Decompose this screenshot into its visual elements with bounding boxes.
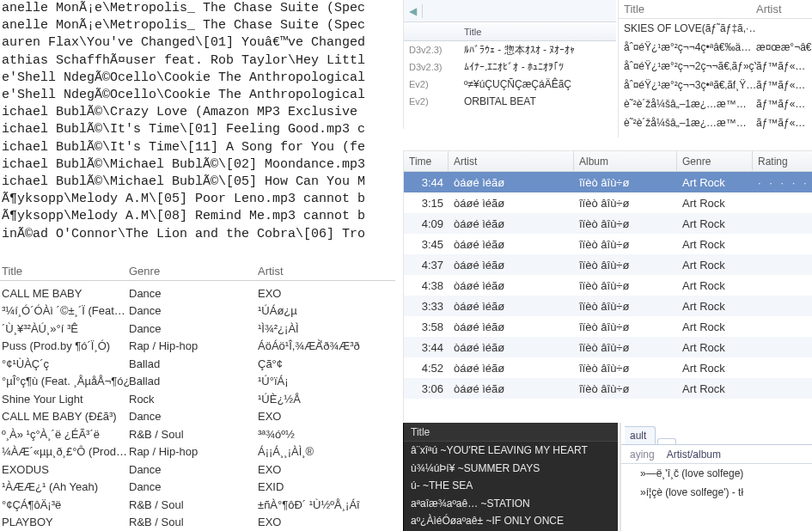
table-row[interactable]: 3:15òáøé ìéãøîïèò âîù÷øArt Rock — [404, 192, 812, 213]
table-row[interactable]: PLAYBOYR&B / SoulEXO — [0, 514, 395, 532]
table-row[interactable]: CALL ME BABYDanceEXO — [0, 284, 395, 302]
table-row[interactable]: Puss (Prod.by ¶ó´Ï¸Ó)Rap / Hip-hopÁöÁö¹Î… — [0, 338, 395, 356]
table-row[interactable]: SKIES OF LOVE(ãƒ˜ãƒ‡ã,·… — [619, 19, 812, 38]
table-row[interactable]: 4:09òáøé ìéãøîïèò âîù÷øArt Rock — [404, 213, 812, 234]
table-row[interactable]: è˜²è´žå¼šâ„–1æ¿…æ™…ãƒ™ãƒ«… — [619, 95, 812, 113]
table-row[interactable]: ¼ÀÆ´«µµ¸ð¸£°Ô (Prod…Rap / Hip-hopÁ¡¡Á¸¸¡… — [0, 443, 395, 461]
title-artist-table: Title Artist SKIES OF LOVE(ãƒ˜ãƒ‡ã,·…åˆ¤… — [618, 0, 812, 137]
dark-title-list: Title â¨xîªú ~YOU'RE LEAVING MY HEARTù¾¼… — [403, 423, 618, 531]
table-row[interactable]: åˆ¤éŸ¿¹æ°²ç¬¬3ç•ªã€‚ãf¸Ÿ…ãƒ™ãƒ«… — [619, 76, 812, 95]
table-row[interactable]: 4:52òáøé ìéãøîïèò âîù÷øArt Rock — [404, 357, 812, 378]
table-row[interactable]: 3:45òáøé ìéãøîïèò âîù÷øArt Rock — [404, 234, 812, 254]
col-artist[interactable]: Artist — [449, 151, 574, 171]
table-row[interactable]: 4:37òáøé ìéãøîïèò âîù÷øArt Rock — [404, 254, 812, 275]
table-row[interactable]: ´Ù¸¥³²ÀÚ¸»°í ³ÊDance¹Ì¾²¿¡ÀÌ — [0, 320, 395, 338]
table-row[interactable]: CALL ME BABY (Ð£ã³)DanceEXO — [0, 408, 395, 426]
col-genre[interactable]: Genre — [129, 265, 258, 278]
col-title[interactable]: Title — [459, 27, 616, 37]
list-item[interactable]: D3v2.3)ﾙﾊﾞﾗｳｪ - 惣本ｵｽｵ - ﾇｵｰｵｬ — [404, 41, 616, 58]
table-row[interactable]: º¸À» ¹ç°À¸´ë ¿ÉÃ³´ëR&B / Soul³ª¾óº½ — [0, 425, 395, 443]
col-artist[interactable]: Artist — [756, 3, 812, 15]
list-item[interactable]: ú- ~THE SEA — [404, 477, 618, 495]
table-row[interactable]: 3:44òáøé ìéãøîïèò âîù÷øArt Rock· · · · · — [404, 172, 812, 192]
col-time[interactable]: Time — [404, 151, 449, 171]
table-row[interactable]: 3:33òáøé ìéãøîïèò âîù÷øArt Rock — [404, 296, 812, 316]
table-row[interactable]: 3:06òáøé ìéãøîïèò âîù÷øArt Rock — [404, 378, 812, 399]
list-item[interactable]: aªaîæ¾aºaê… ~STATION — [404, 495, 618, 513]
tab-blank[interactable] — [657, 438, 676, 444]
table-row[interactable]: åˆ¤éŸ¿¹æ°²ç¬¬2ç¬¬ã€‚ãƒ»çŸ…ãƒ™ãƒ«… — [619, 57, 812, 76]
songs-table: Time Artist Album Genre Rating 3:44òáøé … — [403, 150, 812, 421]
back-icon[interactable]: ◀ — [409, 5, 417, 17]
table-row[interactable]: åˆ¤éŸ¿¹æ°²ç¬¬4ç•ªâ€‰ä…æ¤œæ°¬â€¦ — [619, 38, 812, 57]
mojibake-log: anelle MonÃ¡e\Metropolis_ The Chase Suit… — [0, 0, 395, 243]
table-row[interactable]: ¹ÀÆÆ¿¹ (Ah Yeah)DanceEXID — [0, 479, 395, 497]
table-row[interactable]: 3:58òáøé ìéãøîïèò âîù÷øArt Rock — [404, 316, 812, 337]
col-title[interactable]: Title — [0, 265, 129, 278]
table-row[interactable]: EXODUSDanceEXO — [0, 461, 395, 479]
table-row[interactable]: °¢¹ÙÀÇ´çBalladÇã°¢ — [0, 355, 395, 373]
col-title[interactable]: Title — [404, 423, 618, 442]
table-row[interactable]: 3:44òáøé ìéãøîïèò âîù÷øArt Rock — [404, 337, 812, 357]
table-row[interactable]: °¢ÇÁ¶ôÄ¡³ëR&B / Soul±ñÀ°¶ôÐ´ ¹Ù½ºÅ¸¡Áî — [0, 496, 395, 514]
col-title[interactable]: Title — [619, 3, 756, 15]
col-genre[interactable]: Genre — [677, 151, 753, 171]
artist-album-panel: ault aying Artist/album »—ë¸'î¸č (love s… — [620, 423, 812, 531]
title-genre-artist-table: Title Genre Artist CALL ME BABYDanceEXO³… — [0, 265, 395, 531]
col-album[interactable]: Album — [574, 151, 677, 171]
table-row[interactable]: è˜²è´žå¼šâ„–1æ¿…æ™…ãƒ™ãƒ«… — [619, 113, 812, 132]
table-row[interactable]: ³¼í¸Ó´ÓÀì ´©±¸´Ï (Feat…Dance¹ÚÁø¿µ — [0, 302, 395, 320]
col-artist-album[interactable]: Artist/album — [667, 449, 721, 461]
table-row[interactable]: Shine Your LightRock¹ÚÈ¿½Å — [0, 390, 395, 408]
list-item[interactable]: Ev2)º≠¥úÇUÇÑÇæÇáÄÊãÇ — [404, 76, 616, 93]
col-artist[interactable]: Artist — [258, 265, 395, 278]
table-row[interactable]: 4:38òáøé ìéãøîïèò âîù÷øArt Rock — [404, 275, 812, 296]
subtab-playing[interactable]: aying — [630, 449, 655, 461]
list-item[interactable]: D3v2.3)ﾑｲﾅｰ.ｴﾆｵﾋﾞｵ - ﾎｭﾆｵｦ｢ﾂ — [404, 58, 616, 76]
list-item[interactable]: â¨xîªú ~YOU'RE LEAVING MY HEART — [404, 442, 618, 460]
list-item[interactable]: aº¿ÀìéÓøaºaê± ~IF ONLY ONCE — [404, 512, 618, 530]
table-row[interactable]: °µÎ°ç¶ù (Feat. ¸ÅµåÅ¬¶ó¿î…Ballad¹Ú°ïÁ¡ — [0, 373, 395, 391]
col-rating[interactable]: Rating — [753, 151, 812, 171]
list-item[interactable]: »í¦çè (love solfege') - tł — [621, 483, 812, 502]
list-item[interactable]: »—ë¸'î¸č (love solfege) — [621, 464, 812, 483]
list-item[interactable]: Ev2)ORBITAL BEAT — [404, 93, 616, 110]
jp-tag-list: ◀ Title D3v2.3)ﾙﾊﾞﾗｳｪ - 惣本ｵｽｵ - ﾇｵｰｵｬD3v… — [403, 0, 616, 129]
list-item[interactable]: ù¾¼úÞí¥ ~SUMMER DAYS — [404, 460, 618, 478]
tab-ault[interactable]: ault — [625, 426, 656, 444]
